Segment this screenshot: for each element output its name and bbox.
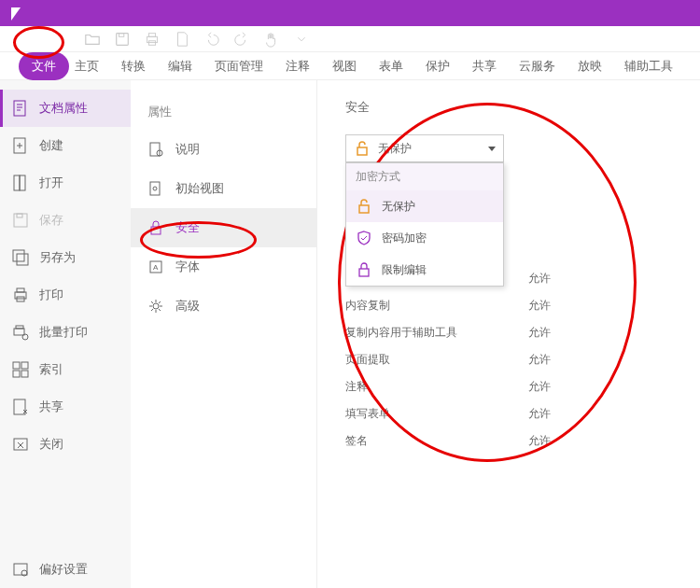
svg-rect-13 — [17, 214, 22, 217]
sidebar-item-description[interactable]: 说明 — [131, 130, 316, 169]
chevron-down-icon — [488, 147, 496, 151]
sidebar-item-preferences[interactable]: 偏好设置 — [0, 551, 131, 588]
menu-accessibility[interactable]: 辅助工具 — [624, 58, 673, 75]
open-icon — [11, 174, 30, 192]
menu-view[interactable]: 视图 — [332, 58, 357, 75]
hand-icon[interactable] — [263, 31, 280, 48]
sidebar-item-create[interactable]: 创建 — [0, 127, 131, 164]
preferences-icon — [11, 560, 30, 579]
permission-label: 复制内容用于辅助工具 — [345, 325, 457, 341]
save-as-icon — [11, 248, 30, 267]
app-logo — [7, 2, 30, 24]
permission-label: 内容复制 — [345, 298, 390, 314]
menu-file[interactable]: 文件 — [19, 52, 69, 80]
svg-rect-15 — [17, 254, 28, 265]
permission-row: 签名允许 — [345, 427, 551, 455]
doc-properties-icon — [11, 99, 30, 118]
titlebar — [0, 0, 700, 26]
sidebar-item-label: 打印 — [39, 287, 63, 303]
permission-row: 填写表单允许 — [345, 400, 551, 427]
permission-row: 页面提取允许 — [345, 346, 551, 373]
sidebar-item-label: 文档属性 — [39, 100, 88, 117]
sidebar-item-print[interactable]: 打印 — [0, 276, 131, 314]
sidebar-item-share[interactable]: 共享 — [0, 388, 131, 426]
svg-rect-20 — [16, 326, 23, 329]
menu-comment[interactable]: 注释 — [286, 58, 310, 75]
menu-form[interactable]: 表单 — [379, 58, 403, 75]
permission-value: 允许 — [528, 271, 551, 287]
main-menubar: 文件 主页 转换 编辑 页面管理 注释 视图 表单 保护 共享 云服务 放映 辅… — [0, 52, 700, 80]
sidebar-item-label: 创建 — [39, 137, 63, 154]
security-panel: 安全 无保护 加密方式 无保护 密码加密 限制编辑 — [317, 80, 700, 588]
permission-row: 内容复制允许 — [345, 292, 551, 319]
save-disk-icon — [11, 211, 30, 230]
svg-rect-28 — [14, 564, 27, 575]
dropdown-section-header: 加密方式 — [346, 163, 503, 190]
sidebar-item-label: 字体 — [175, 259, 200, 275]
sidebar-item-save-as[interactable]: 另存为 — [0, 239, 131, 276]
sidebar-item-initial-view[interactable]: 初始视图 — [131, 169, 316, 208]
sidebar-item-security[interactable]: 安全 — [131, 208, 316, 247]
svg-rect-14 — [13, 250, 24, 261]
permission-value: 允许 — [528, 379, 551, 395]
option-label: 无保护 — [382, 199, 415, 215]
sidebar-item-save: 保存 — [0, 202, 131, 239]
open-folder-icon[interactable] — [84, 31, 101, 48]
menu-protect[interactable]: 保护 — [426, 58, 450, 75]
encryption-dropdown: 无保护 加密方式 无保护 密码加密 限制编辑 — [345, 134, 504, 162]
permission-label: 签名 — [345, 433, 368, 449]
svg-rect-17 — [17, 288, 24, 292]
option-no-protection[interactable]: 无保护 — [346, 190, 503, 222]
menu-home[interactable]: 主页 — [75, 58, 99, 75]
page-icon[interactable] — [174, 31, 190, 48]
lock-icon — [147, 219, 164, 236]
permissions-table: 文档组合允许 内容复制允许 复制内容用于辅助工具允许 页面提取允许 注释允许 填… — [345, 265, 672, 455]
unlock-icon — [354, 140, 371, 157]
permission-label: 页面提取 — [345, 352, 390, 368]
quick-access-toolbar — [0, 26, 700, 52]
close-file-icon — [11, 435, 30, 454]
sidebar-item-fonts[interactable]: A 字体 — [131, 247, 316, 287]
redo-icon[interactable] — [233, 31, 250, 48]
sidebar-item-batch-print[interactable]: 批量打印 — [0, 314, 131, 351]
permission-value: 允许 — [528, 406, 551, 422]
toolbar-dropdown-icon[interactable] — [293, 31, 310, 48]
description-icon — [147, 141, 164, 158]
menu-share[interactable]: 共享 — [472, 58, 497, 75]
save-icon[interactable] — [114, 31, 131, 48]
svg-rect-34 — [151, 227, 161, 234]
menu-cloud[interactable]: 云服务 — [519, 58, 555, 75]
svg-rect-11 — [20, 175, 25, 190]
sidebar-item-open[interactable]: 打开 — [0, 164, 131, 202]
sidebar-item-advanced[interactable]: 高级 — [131, 287, 316, 326]
print-icon[interactable] — [144, 31, 161, 48]
batch-print-icon — [11, 323, 30, 342]
encryption-select[interactable]: 无保护 — [345, 134, 504, 162]
svg-rect-10 — [14, 175, 20, 190]
svg-point-33 — [153, 187, 157, 190]
svg-rect-30 — [150, 143, 160, 156]
sidebar-item-index[interactable]: 索引 — [0, 351, 131, 388]
sidebar-item-label: 说明 — [175, 141, 200, 158]
menu-edit[interactable]: 编辑 — [168, 58, 192, 75]
sidebar-item-close[interactable]: 关闭 — [0, 426, 131, 463]
sidebar-item-label: 索引 — [39, 361, 63, 378]
gear-icon — [147, 298, 164, 315]
option-password[interactable]: 密码加密 — [346, 222, 503, 254]
svg-rect-25 — [21, 371, 28, 377]
undo-icon[interactable] — [203, 31, 220, 48]
permission-label: 填写表单 — [345, 406, 390, 422]
sidebar-item-label: 保存 — [39, 212, 63, 229]
menu-convert[interactable]: 转换 — [121, 58, 146, 75]
menu-present[interactable]: 放映 — [578, 58, 602, 75]
svg-rect-0 — [117, 33, 129, 45]
option-restrict-edit[interactable]: 限制编辑 — [346, 254, 503, 286]
permission-value: 允许 — [528, 298, 551, 314]
option-label: 密码加密 — [382, 231, 427, 246]
lock-small-icon — [356, 261, 372, 278]
properties-sidebar: 属性 说明 初始视图 安全 A 字体 高级 — [131, 80, 317, 588]
menu-page-manage[interactable]: 页面管理 — [215, 58, 263, 75]
print-alt-icon — [11, 286, 30, 304]
sidebar-item-doc-properties[interactable]: 文档属性 — [0, 90, 131, 127]
shield-icon — [356, 230, 372, 246]
